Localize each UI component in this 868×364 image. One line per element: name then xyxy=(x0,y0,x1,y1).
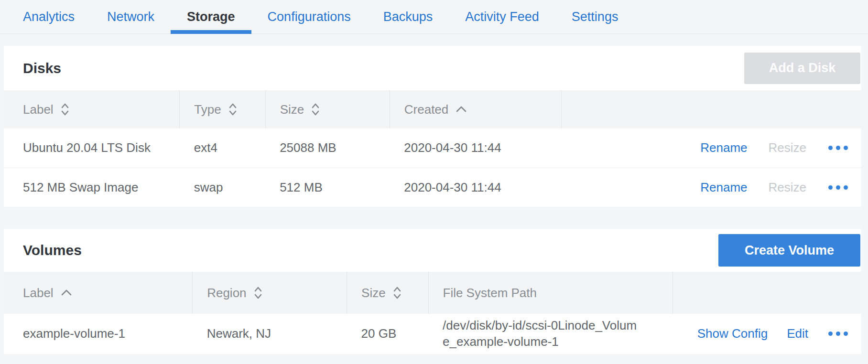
disk-type: swap xyxy=(180,168,265,207)
volumes-sort-region[interactable]: Region xyxy=(193,272,347,314)
volumes-column-path: File System Path xyxy=(428,272,673,314)
column-label: Label xyxy=(23,286,54,300)
sort-both-icon xyxy=(311,102,320,117)
volumes-title: Volumes xyxy=(23,242,82,258)
table-row: example-volume-1 Newark, NJ 20 GB /dev/d… xyxy=(4,314,861,354)
storage-tab-bar: Analytics Network Storage Configurations… xyxy=(0,0,868,34)
column-label: Region xyxy=(207,286,246,300)
volumes-sort-size[interactable]: Size xyxy=(347,272,428,314)
tab-storage[interactable]: Storage xyxy=(171,0,251,33)
sort-asc-icon xyxy=(60,289,73,297)
disk-type: ext4 xyxy=(180,128,265,168)
disks-title: Disks xyxy=(23,60,61,76)
volumes-header-row: Label Region Size xyxy=(4,272,861,314)
volume-size: 20 GB xyxy=(347,314,428,354)
add-a-disk-button[interactable]: Add a Disk xyxy=(744,53,860,84)
disks-sort-size[interactable]: Size xyxy=(265,90,390,128)
ellipsis-menu-icon[interactable] xyxy=(827,182,849,193)
edit-link[interactable]: Edit xyxy=(787,326,808,341)
disks-table: Label Type Size xyxy=(4,90,861,207)
show-config-link[interactable]: Show Config xyxy=(697,326,768,341)
tab-network[interactable]: Network xyxy=(91,0,171,33)
sort-both-icon xyxy=(60,102,70,117)
tab-analytics[interactable]: Analytics xyxy=(7,0,91,33)
ellipsis-menu-icon[interactable] xyxy=(827,329,849,339)
tab-backups[interactable]: Backups xyxy=(367,0,449,33)
column-label: Size xyxy=(361,286,386,300)
rename-link[interactable]: Rename xyxy=(700,140,747,155)
volumes-actions-column xyxy=(673,272,861,314)
volume-label: example-volume-1 xyxy=(4,314,193,354)
disks-panel: Disks Add a Disk Label Type xyxy=(4,46,861,207)
table-row: 512 MB Swap Image swap 512 MB 2020-04-30… xyxy=(4,168,861,207)
column-label: Size xyxy=(280,102,304,117)
column-label: Label xyxy=(23,102,54,117)
sort-asc-icon xyxy=(455,106,467,113)
table-row: Ubuntu 20.04 LTS Disk ext4 25088 MB 2020… xyxy=(4,128,861,168)
disks-header-row: Label Type Size xyxy=(4,90,861,128)
tab-settings[interactable]: Settings xyxy=(555,0,635,33)
ellipsis-menu-icon[interactable] xyxy=(827,143,849,153)
volume-region: Newark, NJ xyxy=(193,314,347,354)
sort-both-icon xyxy=(253,286,263,300)
disk-created: 2020-04-30 11:44 xyxy=(390,168,561,207)
disk-label: 512 MB Swap Image xyxy=(4,168,180,207)
sort-both-icon xyxy=(392,286,402,300)
disk-size: 512 MB xyxy=(265,168,390,207)
column-label: Created xyxy=(404,102,449,117)
volumes-panel: Volumes Create Volume Label Region xyxy=(4,229,861,354)
resize-link[interactable]: Resize xyxy=(769,140,806,155)
create-volume-button[interactable]: Create Volume xyxy=(718,234,860,267)
disk-size: 25088 MB xyxy=(265,128,390,168)
tab-activity-feed[interactable]: Activity Feed xyxy=(449,0,555,33)
resize-link[interactable]: Resize xyxy=(769,180,806,195)
rename-link[interactable]: Rename xyxy=(700,180,747,195)
volumes-sort-label[interactable]: Label xyxy=(4,272,193,314)
volume-file-system-path: /dev/disk/by-id/scsi-0Linode_Volume_exam… xyxy=(443,314,641,354)
disks-sort-label[interactable]: Label xyxy=(4,90,180,128)
tab-configurations[interactable]: Configurations xyxy=(251,0,367,33)
volumes-table: Label Region Size xyxy=(4,272,861,354)
column-label: Type xyxy=(194,102,221,117)
disk-created: 2020-04-30 11:44 xyxy=(390,128,561,168)
disks-sort-type[interactable]: Type xyxy=(180,90,265,128)
sort-both-icon xyxy=(228,102,238,117)
disks-sort-created[interactable]: Created xyxy=(390,90,561,128)
disk-label: Ubuntu 20.04 LTS Disk xyxy=(4,128,180,168)
disks-actions-column xyxy=(561,90,861,128)
column-label: File System Path xyxy=(443,286,537,300)
